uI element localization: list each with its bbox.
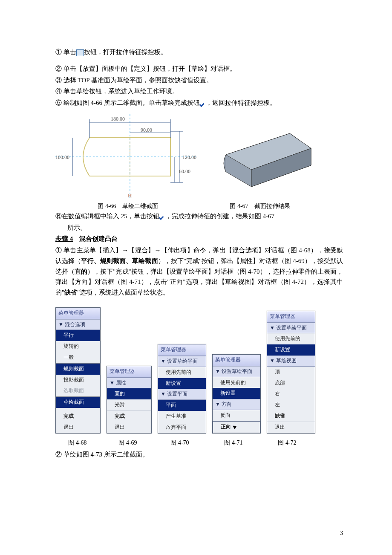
menu-item-exit[interactable]: 退出 — [107, 422, 151, 433]
menu-item-done[interactable]: 完成 — [107, 410, 151, 422]
menu-section-2: ▼ 方向 — [213, 399, 260, 410]
spacer — [55, 58, 343, 64]
dim-60: 60.00 — [179, 168, 190, 176]
instr-6: ⑥在数值编辑框中输入 25，单击按钮，完成拉伸特征的创建，结果如图 4-67 — [55, 211, 343, 222]
menus-row: 菜单管理器 ▼ 混合选项 平行 旋转的 一般 规则截面 投影截面 选取截面 草绘… — [55, 307, 343, 434]
menu-title: 菜单管理器 — [158, 344, 206, 356]
dim-180: 180.00 — [111, 115, 125, 124]
menu-section: ▼ 属性 — [107, 378, 151, 389]
figure-4-67-solid — [209, 123, 320, 199]
text: ① 单击 — [55, 49, 76, 55]
menu-item-exit[interactable]: 退出 — [267, 422, 315, 433]
menu-title: 菜单管理器 — [56, 308, 100, 319]
menu-item-done[interactable]: 完成 — [56, 408, 100, 422]
step4-para-1: ① 单击主菜单【插入】→【混合】→【伸出项】命令，弹出【混合选项】对话框（图 4… — [55, 245, 343, 298]
menu-4-71: 菜单管理器 ▼ 设置草绘平面 使用先前的 新设置 ▼ 方向 反向 正向 — [212, 354, 261, 434]
caption-4-71: 图 4-71 — [210, 438, 257, 448]
dim-100: 100.00 — [55, 153, 69, 162]
instr-6-cont: 所示。 — [55, 223, 343, 233]
menu-item-rotational[interactable]: 旋转的 — [56, 341, 100, 352]
step-4-label: 步骤 4 — [55, 235, 73, 242]
menu-item-quit-plane[interactable]: 放弃平面 — [158, 422, 206, 433]
menu-item-okay[interactable]: 正向 — [213, 421, 260, 433]
cursor-icon — [233, 425, 239, 430]
dim-90: 90.00 — [141, 126, 152, 135]
text: ，完成拉伸特征的创建，结果如图 4-67 — [165, 213, 274, 220]
step-4-heading: 步骤 4 混合创建凸台 — [55, 234, 343, 244]
solid-svg — [209, 123, 320, 199]
menu-item-smooth[interactable]: 光滑 — [107, 399, 151, 410]
checkmark-icon — [200, 101, 206, 106]
menu-item-exit[interactable]: 退出 — [56, 422, 100, 433]
menu-4-70: 菜单管理器 ▼ 设置草绘平面 使用先前的 新设置 ▼ 设置平面 平面 产生基准 … — [158, 344, 206, 433]
instr-2: ② 单击【放置】面板中的【定义】按钮，打开【草绘】对话框。 — [55, 64, 343, 74]
menu-item-make-datum[interactable]: 产生基准 — [158, 411, 206, 422]
menu-4-68: 菜单管理器 ▼ 混合选项 平行 旋转的 一般 规则截面 投影截面 选取截面 草绘… — [55, 307, 101, 434]
menu-4-69: 菜单管理器 ▼ 属性 直的 光滑 完成 退出 — [107, 366, 152, 434]
menu-item-general[interactable]: 一般 — [56, 352, 100, 364]
emph-2: 直的 — [75, 268, 87, 275]
menu-section: ▼ 设置草绘平面 — [213, 366, 260, 377]
step4-para-2: ② 草绘如图 4-73 所示二维截面。 — [55, 449, 343, 460]
menu-captions: 图 4-68 图 4-69 图 4-70 图 4-71 图 4-72 — [55, 438, 343, 448]
menu-item-plane[interactable]: 平面 — [158, 400, 206, 411]
extrude-icon — [76, 49, 84, 56]
figures-row-1: 180.00 90.00 100.00 120.00 60.00 H — [55, 114, 343, 199]
menu-title: 菜单管理器 — [107, 366, 151, 378]
menu-item-regular[interactable]: 规则截面 — [56, 364, 100, 375]
menu-item-new-setup[interactable]: 新设置 — [213, 388, 260, 399]
menu-item-parallel[interactable]: 平行 — [56, 330, 100, 341]
emph-3: 缺省 — [64, 289, 77, 296]
menu-item-new-setup[interactable]: 新设置 — [158, 378, 206, 389]
caption-4-66: 图 4-66 草绘二维截面 — [55, 201, 200, 211]
menu-title: 菜单管理器 — [213, 355, 260, 366]
menu-item-new-setup[interactable]: 新设置 — [267, 344, 315, 356]
instr-5: ⑤ 绘制如图 4-66 所示二维截面。单击草绘完成按钮，返回拉伸特征操控板。 — [55, 98, 343, 108]
menu-item-right[interactable]: 右 — [267, 388, 315, 399]
sketch-svg — [55, 114, 196, 199]
menu-item-sketch[interactable]: 草绘截面 — [56, 397, 100, 408]
figure-4-66-sketch: 180.00 90.00 100.00 120.00 60.00 H — [55, 114, 196, 199]
instr-3: ③ 选择 TOP 基准面为草绘平面，参照面按缺省值设置。 — [55, 75, 343, 86]
caption-4-72: 图 4-72 — [263, 438, 311, 448]
caption-4-68: 图 4-68 — [55, 438, 100, 448]
menu-section-2: ▼ 设置平面 — [158, 389, 206, 400]
text: ⑥在数值编辑框中输入 25，单击按钮 — [55, 213, 159, 220]
menu-section-2: ▼ 草绘视图 — [267, 356, 315, 367]
menu-section: ▼ 设置草绘平面 — [267, 323, 315, 334]
instr-4: ④ 单击草绘按钮，系统进入草绘工作环境。 — [55, 86, 343, 97]
menu-title: 菜单管理器 — [267, 311, 315, 323]
dim-120: 120.00 — [182, 153, 196, 162]
text: ，返回拉伸特征操控板。 — [206, 99, 276, 106]
text: "选项，系统进入截面草绘状态。 — [77, 289, 169, 296]
menu-item-left[interactable]: 左 — [267, 399, 315, 410]
menu-item-select: 选取截面 — [56, 385, 100, 397]
menu-item-bottom[interactable]: 底部 — [267, 378, 315, 389]
menu-4-72: 菜单管理器 ▼ 设置草绘平面 使用先前的 新设置 ▼ 草绘视图 顶 底部 右 左… — [267, 311, 315, 434]
menu-item-top[interactable]: 顶 — [267, 367, 315, 378]
menu-item-use-prev[interactable]: 使用先前的 — [213, 377, 260, 388]
fig-captions-1: 图 4-66 草绘二维截面 图 4-67 截面拉伸结果 — [55, 201, 343, 211]
menu-section: ▼ 设置草绘平面 — [158, 356, 206, 367]
caption-4-70: 图 4-70 — [156, 438, 204, 448]
axis-h: H — [128, 192, 132, 200]
emph-1: 平行、规则截面、草绘截面 — [81, 257, 158, 264]
menu-item-flip[interactable]: 反向 — [213, 410, 260, 421]
caption-4-69: 图 4-69 — [106, 438, 150, 448]
menu-section: ▼ 混合选项 — [56, 319, 100, 330]
instr-1: ① 单击按钮，打开拉伸特征操控板。 — [55, 47, 343, 58]
caption-4-67: 图 4-67 截面拉伸结果 — [200, 201, 320, 211]
checkmark-icon — [159, 214, 165, 219]
menu-item-straight[interactable]: 直的 — [107, 388, 151, 399]
menu-item-use-prev[interactable]: 使用先前的 — [267, 333, 315, 344]
menu-item-use-prev[interactable]: 使用先前的 — [158, 367, 206, 378]
text: ⑤ 绘制如图 4-66 所示二维截面。单击草绘完成按钮 — [55, 99, 200, 106]
text: 按钮，打开拉伸特征操控板。 — [84, 49, 167, 55]
menu-item-projected[interactable]: 投影截面 — [56, 375, 100, 386]
menu-item-default[interactable]: 缺省 — [267, 410, 315, 422]
step-4-title: 混合创建凸台 — [73, 235, 118, 242]
